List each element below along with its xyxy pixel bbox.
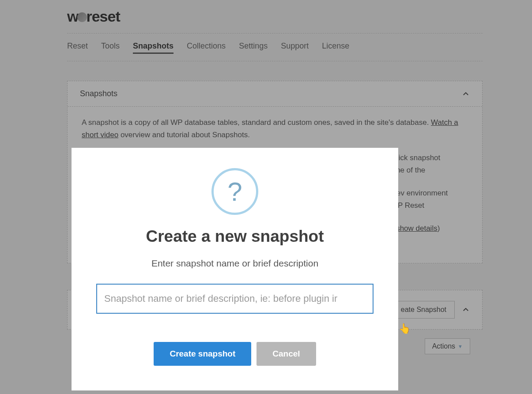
modal-subtitle: Enter snapshot name or brief description [96, 258, 374, 269]
confirm-create-snapshot-button[interactable]: Create snapshot [154, 342, 251, 366]
snapshot-name-input[interactable] [96, 284, 374, 314]
modal-title: Create a new snapshot [96, 227, 374, 246]
create-snapshot-modal: ? Create a new snapshot Enter snapshot n… [72, 148, 398, 390]
question-icon: ? [211, 168, 258, 215]
cancel-button[interactable]: Cancel [257, 342, 316, 366]
